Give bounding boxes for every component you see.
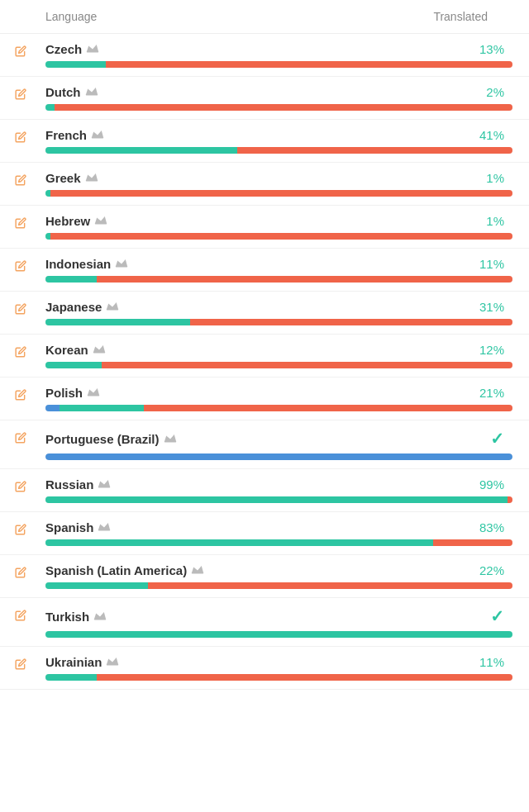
language-name-text: Turkish — [45, 610, 89, 624]
progress-bar — [45, 539, 512, 546]
percentage-value: 31% — [479, 300, 504, 314]
language-name-text: Greek — [45, 171, 81, 185]
percentage-value: 11% — [479, 257, 504, 271]
bar-fill-teal — [45, 631, 512, 638]
language-row-top: Ukrainian11% — [45, 655, 512, 669]
language-name: Russian — [45, 477, 111, 491]
bar-fill-blue — [45, 453, 512, 460]
check-icon: ✓ — [490, 606, 504, 626]
language-name: Portuguese (Brazil) — [45, 432, 177, 446]
percentage-value: 11% — [479, 655, 504, 669]
bar-fill-orange — [50, 190, 512, 197]
bar-fill-teal — [45, 674, 97, 681]
language-name: Czech — [45, 42, 99, 56]
edit-icon[interactable] — [15, 346, 26, 360]
svg-rect-2 — [92, 137, 103, 139]
bar-fill-teal — [45, 104, 55, 111]
language-name-text: French — [45, 128, 87, 142]
edit-icon[interactable] — [15, 260, 26, 274]
list-item: Korean12% — [0, 335, 529, 378]
language-name: Spanish — [45, 520, 111, 534]
svg-rect-11 — [98, 529, 110, 531]
bar-fill-orange — [190, 319, 512, 325]
list-item: Portuguese (Brazil)✓ — [0, 420, 529, 469]
edit-icon[interactable] — [15, 174, 26, 188]
crown-icon — [115, 258, 128, 270]
progress-bar — [45, 405, 512, 411]
language-name-text: Indonesian — [45, 257, 111, 271]
edit-icon[interactable] — [15, 217, 26, 231]
language-row-top: Russian99% — [45, 477, 512, 491]
progress-bar — [45, 104, 512, 111]
bar-fill-orange — [433, 539, 512, 546]
list-item: Polish21% — [0, 378, 529, 420]
edit-icon[interactable] — [15, 303, 26, 317]
language-name-text: Japanese — [45, 300, 102, 314]
list-item: Indonesian11% — [0, 249, 529, 292]
percentage-value: 83% — [479, 520, 504, 534]
svg-rect-12 — [192, 572, 203, 574]
svg-rect-10 — [98, 487, 110, 488]
bar-fill-orange — [144, 405, 512, 411]
edit-icon[interactable] — [15, 610, 26, 624]
list-item: Spanish (Latin America)22% — [0, 555, 529, 598]
language-row-top: Czech13% — [45, 42, 512, 56]
bar-fill-orange — [508, 496, 512, 503]
edit-icon[interactable] — [15, 88, 26, 102]
crown-icon — [93, 344, 106, 356]
percentage-value: 13% — [479, 42, 504, 56]
bar-fill-orange — [97, 276, 512, 283]
edit-icon[interactable] — [15, 524, 26, 538]
svg-rect-6 — [107, 309, 118, 311]
crown-icon — [94, 215, 107, 227]
crown-icon — [98, 478, 111, 491]
language-name-text: Korean — [45, 343, 88, 357]
check-icon: ✓ — [490, 429, 504, 449]
language-name: Ukrainian — [45, 655, 119, 669]
translated-column-header: Translated — [433, 10, 488, 23]
language-name-text: Russian — [45, 477, 93, 491]
edit-icon[interactable] — [15, 567, 26, 581]
language-row-top: Portuguese (Brazil)✓ — [45, 429, 512, 449]
edit-icon[interactable] — [15, 481, 26, 495]
bar-fill-orange — [55, 104, 512, 111]
edit-icon[interactable] — [15, 432, 26, 446]
edit-icon[interactable] — [15, 658, 26, 672]
edit-icon[interactable] — [15, 389, 26, 403]
crown-icon — [85, 86, 98, 98]
list-item: Dutch2% — [0, 77, 529, 120]
crown-icon — [93, 610, 107, 623]
progress-bar — [45, 453, 512, 460]
language-row-top: Korean12% — [45, 343, 512, 357]
bar-fill-teal — [45, 362, 102, 368]
percentage-value: 2% — [486, 85, 504, 99]
language-name: Polish — [45, 386, 100, 400]
crown-icon — [191, 564, 204, 577]
percentage-value: 12% — [479, 343, 504, 357]
progress-bar — [45, 61, 512, 68]
crown-icon — [91, 129, 104, 141]
percentage-value: 99% — [479, 477, 504, 491]
language-row-top: French41% — [45, 128, 512, 142]
language-name-text: Polish — [45, 386, 83, 400]
edit-icon[interactable] — [15, 131, 26, 145]
language-name: Turkish — [45, 610, 107, 624]
crown-icon — [106, 656, 119, 668]
language-name-text: Spanish — [45, 520, 93, 534]
language-name: Indonesian — [45, 257, 128, 271]
language-row-top: Polish21% — [45, 386, 512, 400]
crown-icon — [98, 521, 111, 534]
bar-fill-orange — [102, 362, 512, 368]
crown-icon — [164, 433, 177, 445]
language-row-top: Indonesian11% — [45, 257, 512, 271]
edit-icon[interactable] — [15, 45, 26, 59]
percentage-value: 21% — [479, 386, 504, 400]
percentage-value: 1% — [486, 214, 504, 228]
language-name: Japanese — [45, 300, 119, 314]
percentage-value: 1% — [486, 171, 504, 185]
list-item: Greek1% — [0, 163, 529, 206]
language-column-header: Language — [45, 10, 97, 23]
bar-fill-orange — [148, 582, 512, 589]
progress-bar — [45, 319, 512, 325]
svg-rect-9 — [164, 441, 175, 443]
